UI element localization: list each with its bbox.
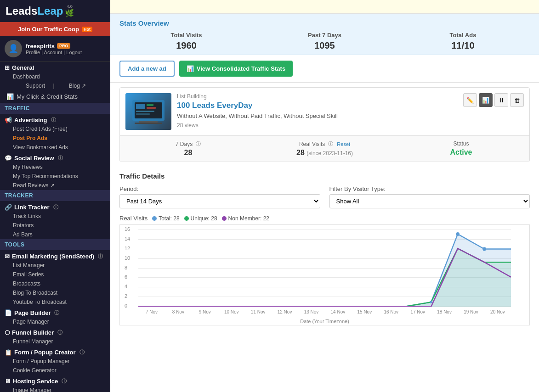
sidebar-item-ad-bars[interactable]: Ad Bars xyxy=(0,230,110,239)
tracker-label: Tracker xyxy=(5,192,33,199)
legend-nonmember-dot xyxy=(222,216,227,221)
advertising-label: Advertising xyxy=(14,117,47,123)
sidebar-item-support[interactable]: Support xyxy=(13,81,51,90)
stat-real-visits: Real Visits ⓘ Reset 28 (since 2023-11-16… xyxy=(256,140,393,157)
profile-link[interactable]: Profile xyxy=(26,50,40,55)
sidebar-item-image-manager[interactable]: Image Manager xyxy=(0,386,110,392)
email-label: Email Marketing (SendSteed) xyxy=(12,253,94,260)
click-credit-icon: 📊 xyxy=(6,93,14,100)
sidebar-item-blog-broadcast[interactable]: Blog To Broadcast xyxy=(0,288,110,297)
link-tracker-label: Link Tracker xyxy=(14,204,50,211)
chart-container: 16 14 12 10 8 6 4 2 0 xyxy=(119,224,530,325)
pause-ad-button[interactable]: ⏸ xyxy=(494,93,508,107)
sidebar-item-track-links[interactable]: Track Links xyxy=(0,212,110,221)
x-label-17nov: 17 Nov xyxy=(404,309,431,314)
sidebar-item-post-credit[interactable]: Post Credit Ads (Free) xyxy=(0,124,110,134)
edit-ad-button[interactable]: ✏️ xyxy=(463,93,477,107)
avatar: 👤 xyxy=(5,40,22,57)
real-visits-header: Real Visits Total: 28 Unique: 28 Non Mem… xyxy=(119,215,530,222)
real-visits-info-icon[interactable]: ⓘ xyxy=(328,140,333,147)
sidebar-item-bookmarked[interactable]: View Bookmarked Ads xyxy=(0,143,110,152)
sidebar-item-click-credit[interactable]: 📊 My Click & Credit Stats xyxy=(0,90,110,103)
sidebar-item-youtube-broadcast[interactable]: Youtube To Broadcast xyxy=(0,297,110,307)
form-label: Form / Popup Creator xyxy=(14,349,76,356)
chart-timezone-label: Date (Your Timezone) xyxy=(120,319,529,324)
coop-label: Join Our Traffic Coop xyxy=(18,26,79,33)
link-tracker-info-icon[interactable]: ⓘ xyxy=(53,204,58,211)
visitor-type-select[interactable]: Show All Members Only Non Members Only xyxy=(329,194,530,208)
stat-real-visits-sub: (since 2023-11-16) xyxy=(306,150,353,157)
logout-link[interactable]: Logout xyxy=(66,50,82,55)
ad-card-header: List Building 100 Leads EveryDay Without… xyxy=(120,88,529,135)
sidebar-item-blog[interactable]: Blog ↗ xyxy=(56,81,92,90)
stat-past-7-value: 1095 xyxy=(258,40,391,51)
sidebar-group-email-marketing: ✉ Email Marketing (SendSteed) ⓘ xyxy=(0,250,110,261)
sidebar-section-tools: Tools xyxy=(0,239,110,250)
svg-rect-6 xyxy=(136,113,150,115)
social-icon: 💬 xyxy=(5,155,12,162)
email-info-icon[interactable]: ⓘ xyxy=(98,253,103,260)
sidebar-item-rotators[interactable]: Rotators xyxy=(0,221,110,230)
sidebar-item-page-manager[interactable]: Page Manager xyxy=(0,317,110,326)
advertising-info-icon[interactable]: ⓘ xyxy=(51,117,56,123)
chart-ad-button[interactable]: 📊 xyxy=(479,93,493,107)
tools-label: Tools xyxy=(5,241,25,248)
stat-status: Status Active xyxy=(393,140,529,157)
sidebar-item-list-manager[interactable]: List Manager xyxy=(0,261,110,270)
form-info-icon[interactable]: ⓘ xyxy=(79,349,85,356)
svg-point-12 xyxy=(456,232,460,236)
sidebar-item-top-recommendations[interactable]: My Top Recommendations xyxy=(0,172,110,181)
ad-views: 28 views xyxy=(177,122,524,129)
stat-total-ads-label: Total Ads xyxy=(396,32,530,39)
sidebar-section-traffic: Traffic xyxy=(0,103,110,114)
sidebar-item-cookie-generator[interactable]: Cookie Generator xyxy=(0,366,110,375)
svg-rect-8 xyxy=(135,123,162,124)
stats-grid: Total Visits 1960 Past 7 Days 1095 Total… xyxy=(119,32,530,51)
sidebar-item-post-pro[interactable]: Post Pro Ads xyxy=(0,134,110,143)
traffic-label: Traffic xyxy=(5,105,30,112)
funnel-info-icon[interactable]: ⓘ xyxy=(57,329,62,336)
filter-row: Period: Past 14 Days Past 7 Days Past 30… xyxy=(119,185,530,208)
stat-total-visits-label: Total Visits xyxy=(119,32,253,39)
account-link[interactable]: Account xyxy=(44,50,62,55)
7days-info-icon[interactable]: ⓘ xyxy=(196,140,201,147)
hosting-info-icon[interactable]: ⓘ xyxy=(62,378,67,385)
page-builder-info-icon[interactable]: ⓘ xyxy=(54,309,59,316)
logo-version: 4.0 xyxy=(67,5,73,9)
coop-button[interactable]: Join Our Traffic Coop Hot xyxy=(0,22,110,36)
view-stats-button[interactable]: 📊 View Consolidated Traffic Stats xyxy=(179,61,293,77)
sidebar: LeadsLeap 4.0 🌿 Join Our Traffic Coop Ho… xyxy=(0,0,110,392)
sidebar-item-read-reviews[interactable]: Read Reviews ↗ xyxy=(0,181,110,190)
stat-status-label: Status xyxy=(393,140,529,147)
legend-total: Total: 28 xyxy=(152,215,179,222)
traffic-details-title: Traffic Details xyxy=(119,172,530,180)
svg-rect-7 xyxy=(139,121,158,123)
social-info-icon[interactable]: ⓘ xyxy=(58,155,63,162)
hosting-icon: 🖥 xyxy=(5,378,11,385)
sidebar-group-social-review: 💬 Social Review ⓘ xyxy=(0,152,110,162)
sidebar-group-advertising: 📢 Advertising ⓘ xyxy=(0,114,110,124)
sidebar-item-email-series[interactable]: Email Series xyxy=(0,270,110,279)
legend-unique-dot xyxy=(184,216,189,221)
ad-stats-row: 7 Days ⓘ 28 Real Visits ⓘ Reset 28 (sinc… xyxy=(120,135,529,162)
svg-marker-10 xyxy=(138,249,511,307)
user-info: freespirits PRO Profile | Account | Logo… xyxy=(26,43,106,55)
period-select[interactable]: Past 14 Days Past 7 Days Past 30 Days Al… xyxy=(119,194,320,208)
delete-ad-button[interactable]: 🗑 xyxy=(510,93,524,107)
sidebar-item-dashboard[interactable]: Dashboard xyxy=(0,72,110,81)
x-label-19nov: 19 Nov xyxy=(458,309,484,314)
ad-card: List Building 100 Leads EveryDay Without… xyxy=(119,87,530,162)
sidebar-group-form-popup: 📋 Form / Popup Creator ⓘ xyxy=(0,346,110,357)
x-label-13nov: 13 Nov xyxy=(298,309,325,314)
sidebar-item-form-manager[interactable]: Form / Popup Manager xyxy=(0,357,110,366)
sidebar-item-broadcasts[interactable]: Broadcasts xyxy=(0,279,110,288)
hot-badge: Hot xyxy=(82,27,92,32)
add-new-ad-button[interactable]: Add a new ad xyxy=(119,61,175,77)
sidebar-item-my-reviews[interactable]: My Reviews xyxy=(0,162,110,172)
x-label-18nov: 18 Nov xyxy=(431,309,458,314)
reset-link[interactable]: Reset xyxy=(337,141,350,147)
sidebar-item-funnel-manager[interactable]: Funnel Manager xyxy=(0,337,110,346)
x-label-7nov: 7 Nov xyxy=(138,309,165,314)
stat-total-visits-value: 1960 xyxy=(119,40,253,51)
chart-svg-area xyxy=(138,230,511,307)
